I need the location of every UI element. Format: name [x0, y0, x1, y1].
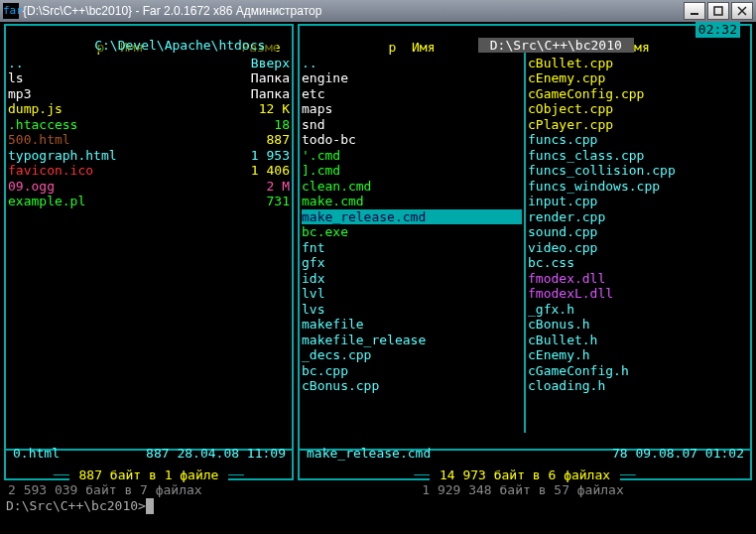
file-row[interactable]: 09.ogg2 M: [8, 179, 290, 195]
file-name: cBonus.h: [528, 317, 748, 333]
file-row[interactable]: bc.css: [528, 255, 748, 271]
file-row[interactable]: cBonus.h: [528, 317, 748, 333]
file-row[interactable]: sound.cpp: [528, 224, 748, 240]
file-row[interactable]: typograph.html1 953: [8, 148, 290, 164]
left-panel-path[interactable]: C:\Devel\Apache\htdocs: [2, 22, 296, 38]
file-row[interactable]: lsПапка: [8, 70, 290, 86]
file-row[interactable]: engine: [302, 70, 522, 86]
file-size: 887: [232, 132, 290, 148]
file-row[interactable]: gfx: [302, 255, 522, 271]
file-row[interactable]: todo-bc: [302, 132, 522, 148]
file-row[interactable]: _gfx.h: [528, 302, 748, 318]
app-icon: far: [3, 3, 19, 19]
file-name: bc.css: [528, 255, 748, 271]
file-size: Вверх: [232, 56, 290, 71]
file-row[interactable]: mp3Папка: [8, 86, 290, 102]
left-status-name: 0.html: [12, 446, 146, 462]
file-row[interactable]: clean.cmd: [302, 179, 522, 195]
file-name: ls: [8, 70, 232, 86]
file-name: snd: [302, 117, 522, 133]
file-row[interactable]: funcs_collision.cpp: [528, 163, 748, 179]
file-row[interactable]: cGameConfig.cpp: [528, 86, 748, 102]
file-name: bc.exe: [302, 224, 522, 240]
file-name: makefile_release: [302, 333, 522, 348]
file-row[interactable]: cBonus.cpp: [302, 378, 522, 394]
file-row[interactable]: cloading.h: [528, 378, 748, 394]
file-name: video.cpp: [528, 240, 748, 256]
right-status-info: 78 09.08.07 01:02: [612, 446, 744, 462]
file-row[interactable]: fnt: [302, 240, 522, 256]
file-row[interactable]: bc.cpp: [302, 363, 522, 379]
left-status-bar: 0.html 887 28.04.08 11:09: [12, 446, 286, 462]
file-name: funcs_windows.cpp: [528, 179, 748, 195]
right-panel[interactable]: D:\Src\C++\bc2010 02:32 р Имя..engineetc…: [296, 22, 754, 482]
file-row[interactable]: cEnemy.cpp: [528, 70, 748, 86]
file-name: maps: [302, 101, 522, 117]
file-name: engine: [302, 70, 522, 86]
file-row[interactable]: cGameConfig.h: [528, 363, 748, 379]
file-row[interactable]: ].cmd: [302, 163, 522, 179]
file-name: etc: [302, 86, 522, 102]
file-size: 12 K: [232, 101, 290, 117]
file-row[interactable]: .htaccess18: [8, 117, 290, 133]
minimize-icon: [690, 6, 699, 16]
file-row[interactable]: cObject.cpp: [528, 101, 748, 117]
file-row[interactable]: make.cmd: [302, 194, 522, 209]
file-name: cGameConfig.h: [528, 363, 748, 379]
file-row[interactable]: input.cpp: [528, 194, 748, 209]
bottom-summary: 2 593 039 байт в 7 файлах 1 929 348 байт…: [2, 482, 754, 498]
file-name: ..: [302, 56, 522, 71]
file-size: 18: [232, 117, 290, 133]
file-row[interactable]: _decs.cpp: [302, 347, 522, 363]
file-name: sound.cpp: [528, 224, 748, 240]
file-row[interactable]: favicon.ico1 406: [8, 163, 290, 179]
file-row[interactable]: example.pl731: [8, 194, 290, 209]
file-row[interactable]: etc: [302, 86, 522, 102]
file-row[interactable]: video.cpp: [528, 240, 748, 256]
svg-rect-0: [691, 13, 698, 15]
file-row[interactable]: makefile: [302, 317, 522, 333]
file-row[interactable]: make_release.cmd: [302, 209, 522, 225]
file-row[interactable]: render.cpp: [528, 209, 748, 225]
file-row[interactable]: cPlayer.cpp: [528, 117, 748, 133]
maximize-icon: [713, 6, 723, 16]
file-row[interactable]: lvl: [302, 286, 522, 302]
left-dir-summary: 2 593 039 байт в 7 файлах: [8, 482, 298, 498]
maximize-button[interactable]: [707, 2, 729, 20]
file-row[interactable]: dump.js12 K: [8, 101, 290, 117]
left-panel[interactable]: C:\Devel\Apache\htdocs р ИмяРазме..Вверх…: [2, 22, 296, 482]
file-name: funcs_collision.cpp: [528, 163, 748, 179]
file-row[interactable]: 500.html887: [8, 132, 290, 148]
file-name: mp3: [8, 86, 232, 102]
file-name: cObject.cpp: [528, 101, 748, 117]
file-row[interactable]: bc.exe: [302, 224, 522, 240]
file-row[interactable]: snd: [302, 117, 522, 133]
file-row[interactable]: funcs.cpp: [528, 132, 748, 148]
file-row[interactable]: funcs_class.cpp: [528, 148, 748, 164]
file-row[interactable]: cBullet.cpp: [528, 56, 748, 71]
file-row[interactable]: funcs_windows.cpp: [528, 179, 748, 195]
file-row[interactable]: lvs: [302, 302, 522, 318]
command-line[interactable]: D:\Src\C++\bc2010>: [2, 498, 754, 514]
file-row[interactable]: ..: [302, 56, 522, 71]
file-name: ..: [8, 56, 232, 71]
file-name: bc.cpp: [302, 363, 522, 379]
file-row[interactable]: cEnemy.h: [528, 347, 748, 363]
file-row[interactable]: cBullet.h: [528, 333, 748, 348]
file-row[interactable]: idx: [302, 271, 522, 287]
file-row[interactable]: fmodex.dll: [528, 271, 748, 287]
svg-rect-1: [714, 7, 722, 15]
file-row[interactable]: makefile_release: [302, 333, 522, 348]
file-size: Папка: [232, 86, 290, 102]
right-panel-path[interactable]: D:\Src\C++\bc2010: [296, 22, 754, 38]
file-name: .htaccess: [8, 117, 232, 133]
file-name: _gfx.h: [528, 302, 748, 318]
left-status-info: 887 28.04.08 11:09: [146, 446, 286, 462]
file-row[interactable]: '.cmd: [302, 148, 522, 164]
file-row[interactable]: fmodexL.dll: [528, 286, 748, 302]
right-status-bar: make_release.cmd 78 09.08.07 01:02: [306, 446, 744, 462]
minimize-button[interactable]: [684, 2, 705, 20]
file-row[interactable]: maps: [302, 101, 522, 117]
file-name: 500.html: [8, 132, 232, 148]
close-button[interactable]: [731, 2, 753, 20]
